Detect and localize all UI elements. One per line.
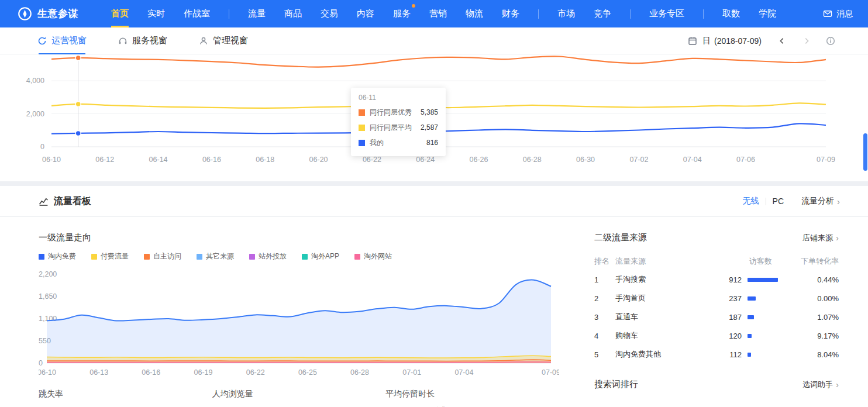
chevron-left-icon bbox=[778, 37, 786, 45]
legend-label: 站外投放 bbox=[259, 251, 287, 261]
nav-item-trade[interactable]: 交易 bbox=[321, 0, 338, 27]
cell-visitors: 912 bbox=[704, 275, 742, 284]
legend-item[interactable]: 自主访问 bbox=[144, 251, 181, 261]
table-row[interactable]: 1手淘搜索9120.44% bbox=[594, 270, 839, 289]
legend-item[interactable]: 淘外APP bbox=[302, 251, 339, 261]
tab-service-view[interactable]: 服务视窗 bbox=[118, 27, 167, 54]
primary-traffic-chart[interactable]: 05501,1001,6502,20006-1006-1306-1606-190… bbox=[39, 266, 559, 378]
svg-text:06-10: 06-10 bbox=[42, 156, 61, 164]
nav-divider bbox=[538, 9, 539, 19]
svg-text:07-06: 07-06 bbox=[736, 156, 755, 164]
svg-text:07-09: 07-09 bbox=[817, 156, 835, 164]
traffic-board-title: 流量看板 bbox=[54, 195, 91, 208]
cell-source: 购物车 bbox=[615, 330, 704, 341]
legend-item[interactable]: 其它来源 bbox=[197, 251, 234, 261]
notification-dot bbox=[412, 4, 415, 8]
metric-label: 跳失率 bbox=[39, 389, 212, 399]
cell-visitors: 187 bbox=[704, 313, 742, 322]
calendar-icon[interactable] bbox=[688, 36, 697, 46]
chevron-right-icon: › bbox=[837, 196, 840, 206]
cell-visitors: 120 bbox=[704, 332, 742, 340]
line-chart-icon bbox=[39, 196, 49, 206]
word-helper-link[interactable]: 选词助手 › bbox=[802, 380, 839, 390]
tooltip-date: 06-11 bbox=[359, 94, 438, 102]
legend-item[interactable]: 付费流量 bbox=[91, 251, 129, 261]
table-row[interactable]: 4购物车1209.17% bbox=[594, 326, 839, 345]
nav-item-finance[interactable]: 财务 bbox=[502, 0, 519, 27]
svg-text:06-19: 06-19 bbox=[194, 368, 213, 377]
table-row[interactable]: 3直通车1871.07% bbox=[594, 308, 839, 326]
svg-text:0: 0 bbox=[40, 143, 44, 151]
nav-item-marketing[interactable]: 营销 bbox=[429, 0, 447, 27]
table-header-row: 排名 流量来源 访客数 下单转化率 bbox=[594, 253, 839, 270]
cell-conversion: 0.00% bbox=[780, 294, 839, 303]
date-value[interactable]: (2018-07-09) bbox=[714, 36, 762, 46]
next-date-button[interactable] bbox=[802, 37, 811, 45]
prev-date-button[interactable] bbox=[778, 37, 786, 45]
nav-item-logistics[interactable]: 物流 bbox=[466, 0, 483, 27]
person-icon bbox=[199, 36, 208, 46]
message-icon bbox=[823, 9, 832, 19]
date-granularity[interactable]: 日 bbox=[702, 36, 711, 46]
nav-item-data-extract[interactable]: 取数 bbox=[722, 0, 740, 27]
app-logo-icon bbox=[18, 6, 32, 21]
svg-text:4,000: 4,000 bbox=[26, 77, 44, 85]
nav-divider bbox=[229, 9, 229, 19]
toggle-pc[interactable]: PC bbox=[773, 196, 784, 206]
search-rank-header: 搜索词排行 选词助手 › bbox=[594, 379, 839, 390]
messages-button[interactable]: 消息 bbox=[823, 9, 853, 19]
nav-item-market[interactable]: 市场 bbox=[557, 0, 575, 27]
svg-text:06-25: 06-25 bbox=[298, 368, 317, 377]
legend-item[interactable]: 淘内免费 bbox=[39, 251, 76, 261]
cell-conversion: 0.44% bbox=[780, 275, 839, 284]
table-row[interactable]: 2手淘首页2370.00% bbox=[594, 289, 839, 308]
legend-item[interactable]: 站外投放 bbox=[249, 251, 287, 261]
traffic-board-card: 流量看板 无线 PC 流量分析 › 一级流量走向 淘内免费付费流量自主访问其它来… bbox=[0, 186, 868, 407]
tooltip-series-name: 同行同层平均 bbox=[370, 123, 421, 133]
primary-traffic-title: 一级流量走向 bbox=[39, 232, 559, 243]
metric-label: 人均浏览量 bbox=[212, 389, 386, 399]
toggle-wireless[interactable]: 无线 bbox=[743, 196, 759, 206]
info-button[interactable] bbox=[826, 36, 835, 46]
svg-text:06-10: 06-10 bbox=[39, 368, 56, 377]
nav-item-war-room[interactable]: 作战室 bbox=[184, 0, 210, 27]
date-controls: 日 (2018-07-09) bbox=[688, 36, 835, 46]
app-logo-text: 生意参谋 bbox=[37, 7, 78, 20]
nav-divider bbox=[630, 9, 631, 19]
svg-text:06-13: 06-13 bbox=[89, 368, 108, 377]
traffic-source-table: 排名 流量来源 访客数 下单转化率 1手淘搜索9120.44%2手淘首页2370… bbox=[594, 253, 839, 364]
legend-label: 其它来源 bbox=[206, 251, 234, 261]
scrollbar-thumb[interactable] bbox=[863, 133, 867, 171]
tab-operations-view[interactable]: 运营视窗 bbox=[37, 27, 87, 54]
visitors-bar bbox=[748, 296, 756, 301]
cell-visitors: 112 bbox=[704, 350, 742, 359]
messages-label: 消息 bbox=[836, 9, 853, 19]
legend-label: 淘外网站 bbox=[364, 251, 392, 261]
nav-item-service[interactable]: 服务 bbox=[393, 0, 411, 27]
nav-item-business-zone[interactable]: 业务专区 bbox=[649, 0, 684, 27]
shop-source-link[interactable]: 店铺来源 › bbox=[802, 233, 839, 243]
metric-value: 59.73% bbox=[39, 404, 212, 407]
cell-bar bbox=[742, 315, 780, 319]
svg-text:1,650: 1,650 bbox=[39, 292, 57, 301]
metric-avg-stay-time: 平均停留时长 17.48秒 bbox=[385, 389, 559, 407]
traffic-analysis-link[interactable]: 流量分析 › bbox=[801, 196, 840, 206]
svg-text:07-04: 07-04 bbox=[454, 368, 473, 377]
nav-item-product[interactable]: 商品 bbox=[284, 0, 302, 27]
nav-item-academy[interactable]: 学院 bbox=[759, 0, 776, 27]
app-logo[interactable]: 生意参谋 bbox=[18, 6, 78, 21]
svg-text:06-22: 06-22 bbox=[363, 156, 381, 164]
nav-item-home[interactable]: 首页 bbox=[111, 0, 129, 27]
svg-text:06-24: 06-24 bbox=[416, 156, 435, 164]
main-nav: 首页实时作战室流量商品交易内容服务营销物流财务市场竞争业务专区取数学院 bbox=[111, 0, 795, 27]
nav-item-traffic[interactable]: 流量 bbox=[248, 0, 266, 27]
legend-item[interactable]: 淘外网站 bbox=[354, 251, 392, 261]
nav-item-content[interactable]: 内容 bbox=[357, 0, 374, 27]
table-row[interactable]: 5淘内免费其他1128.04% bbox=[594, 345, 839, 364]
tab-management-view[interactable]: 管理视窗 bbox=[199, 27, 248, 54]
legend-swatch bbox=[144, 254, 150, 260]
visitors-bar bbox=[748, 315, 754, 319]
tab-service-label: 服务视窗 bbox=[132, 35, 167, 46]
nav-item-realtime[interactable]: 实时 bbox=[147, 0, 165, 27]
nav-item-competition[interactable]: 竞争 bbox=[594, 0, 611, 27]
